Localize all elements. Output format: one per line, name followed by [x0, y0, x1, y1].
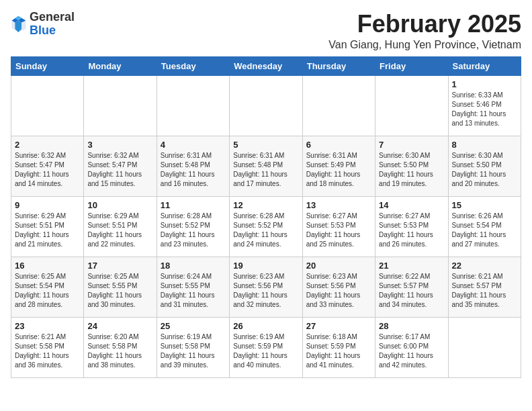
calendar-cell: 2Sunrise: 6:32 AM Sunset: 5:47 PM Daylig… — [11, 136, 84, 196]
calendar-cell: 11Sunrise: 6:28 AM Sunset: 5:52 PM Dayli… — [157, 196, 229, 257]
day-number: 23 — [15, 321, 80, 331]
page-header: General Blue February 2025 Van Giang, Hu… — [11, 11, 521, 51]
calendar-cell: 1Sunrise: 6:33 AM Sunset: 5:46 PM Daylig… — [448, 75, 521, 136]
calendar-cell: 14Sunrise: 6:27 AM Sunset: 5:53 PM Dayli… — [375, 196, 448, 257]
day-number: 24 — [87, 321, 152, 331]
day-number: 4 — [161, 140, 226, 150]
calendar-week-4: 23Sunrise: 6:21 AM Sunset: 5:58 PM Dayli… — [11, 317, 521, 377]
day-number: 12 — [233, 200, 298, 210]
day-info: Sunrise: 6:17 AM Sunset: 6:00 PM Dayligh… — [379, 332, 444, 370]
calendar-week-2: 9Sunrise: 6:29 AM Sunset: 5:51 PM Daylig… — [11, 196, 521, 257]
day-info: Sunrise: 6:28 AM Sunset: 5:52 PM Dayligh… — [161, 212, 226, 249]
day-number: 18 — [161, 261, 226, 271]
day-number: 7 — [379, 140, 444, 150]
calendar-cell: 7Sunrise: 6:30 AM Sunset: 5:50 PM Daylig… — [375, 136, 448, 196]
calendar-cell: 9Sunrise: 6:29 AM Sunset: 5:51 PM Daylig… — [11, 196, 84, 257]
calendar-table: SundayMondayTuesdayWednesdayThursdayFrid… — [11, 56, 521, 378]
calendar-cell: 19Sunrise: 6:23 AM Sunset: 5:56 PM Dayli… — [230, 257, 302, 317]
day-number: 11 — [161, 200, 226, 210]
day-info: Sunrise: 6:25 AM Sunset: 5:54 PM Dayligh… — [15, 272, 80, 310]
calendar-week-0: 1Sunrise: 6:33 AM Sunset: 5:46 PM Daylig… — [11, 75, 521, 136]
day-info: Sunrise: 6:22 AM Sunset: 5:57 PM Dayligh… — [379, 272, 444, 310]
day-number: 27 — [306, 321, 371, 331]
day-info: Sunrise: 6:30 AM Sunset: 5:50 PM Dayligh… — [452, 151, 517, 189]
header-monday: Monday — [84, 56, 157, 75]
day-number: 22 — [452, 261, 517, 271]
header-wednesday: Wednesday — [230, 56, 302, 75]
day-info: Sunrise: 6:30 AM Sunset: 5:50 PM Dayligh… — [379, 151, 444, 189]
day-number: 3 — [87, 140, 152, 150]
calendar-cell: 8Sunrise: 6:30 AM Sunset: 5:50 PM Daylig… — [448, 136, 521, 196]
header-tuesday: Tuesday — [157, 56, 229, 75]
location-title: Van Giang, Hung Yen Province, Vietnam — [328, 39, 521, 51]
day-number: 19 — [233, 261, 298, 271]
calendar-body: 1Sunrise: 6:33 AM Sunset: 5:46 PM Daylig… — [11, 75, 521, 377]
calendar-cell: 18Sunrise: 6:24 AM Sunset: 5:55 PM Dayli… — [157, 257, 229, 317]
day-info: Sunrise: 6:21 AM Sunset: 5:57 PM Dayligh… — [452, 272, 517, 310]
day-number: 17 — [87, 261, 152, 271]
day-info: Sunrise: 6:24 AM Sunset: 5:55 PM Dayligh… — [161, 272, 226, 310]
calendar-cell — [84, 75, 157, 136]
calendar-cell: 3Sunrise: 6:32 AM Sunset: 5:47 PM Daylig… — [84, 136, 157, 196]
month-title: February 2025 — [328, 11, 521, 38]
day-number: 1 — [452, 79, 517, 89]
calendar-cell: 10Sunrise: 6:29 AM Sunset: 5:51 PM Dayli… — [84, 196, 157, 257]
day-info: Sunrise: 6:28 AM Sunset: 5:52 PM Dayligh… — [233, 212, 298, 249]
day-number: 8 — [452, 140, 517, 150]
calendar-cell: 5Sunrise: 6:31 AM Sunset: 5:48 PM Daylig… — [230, 136, 302, 196]
calendar-cell — [375, 75, 448, 136]
calendar-week-1: 2Sunrise: 6:32 AM Sunset: 5:47 PM Daylig… — [11, 136, 521, 196]
calendar-cell — [448, 317, 521, 377]
calendar-cell: 23Sunrise: 6:21 AM Sunset: 5:58 PM Dayli… — [11, 317, 84, 377]
title-area: February 2025 Van Giang, Hung Yen Provin… — [328, 11, 521, 51]
day-number: 10 — [87, 200, 152, 210]
day-info: Sunrise: 6:29 AM Sunset: 5:51 PM Dayligh… — [87, 212, 152, 249]
day-number: 25 — [161, 321, 226, 331]
day-info: Sunrise: 6:19 AM Sunset: 5:59 PM Dayligh… — [233, 332, 298, 370]
day-info: Sunrise: 6:29 AM Sunset: 5:51 PM Dayligh… — [15, 212, 80, 249]
header-row: SundayMondayTuesdayWednesdayThursdayFrid… — [11, 56, 521, 75]
day-info: Sunrise: 6:25 AM Sunset: 5:55 PM Dayligh… — [87, 272, 152, 310]
calendar-cell — [230, 75, 302, 136]
day-number: 26 — [233, 321, 298, 331]
day-number: 2 — [15, 140, 80, 150]
logo: General Blue — [11, 11, 75, 38]
day-info: Sunrise: 6:20 AM Sunset: 5:58 PM Dayligh… — [87, 332, 152, 370]
day-number: 13 — [306, 200, 371, 210]
day-info: Sunrise: 6:31 AM Sunset: 5:48 PM Dayligh… — [161, 151, 226, 189]
day-number: 16 — [15, 261, 80, 271]
day-number: 20 — [306, 261, 371, 271]
calendar-cell: 6Sunrise: 6:31 AM Sunset: 5:49 PM Daylig… — [302, 136, 375, 196]
calendar-cell: 22Sunrise: 6:21 AM Sunset: 5:57 PM Dayli… — [448, 257, 521, 317]
calendar-cell: 20Sunrise: 6:23 AM Sunset: 5:56 PM Dayli… — [302, 257, 375, 317]
calendar-cell: 17Sunrise: 6:25 AM Sunset: 5:55 PM Dayli… — [84, 257, 157, 317]
logo-text: General Blue — [30, 11, 75, 38]
day-number: 9 — [15, 200, 80, 210]
day-info: Sunrise: 6:33 AM Sunset: 5:46 PM Dayligh… — [452, 91, 517, 128]
calendar-cell — [157, 75, 229, 136]
calendar-cell: 12Sunrise: 6:28 AM Sunset: 5:52 PM Dayli… — [230, 196, 302, 257]
day-number: 14 — [379, 200, 444, 210]
calendar-cell: 28Sunrise: 6:17 AM Sunset: 6:00 PM Dayli… — [375, 317, 448, 377]
header-thursday: Thursday — [302, 56, 375, 75]
calendar-cell: 25Sunrise: 6:19 AM Sunset: 5:58 PM Dayli… — [157, 317, 229, 377]
day-info: Sunrise: 6:27 AM Sunset: 5:53 PM Dayligh… — [379, 212, 444, 249]
calendar-cell — [11, 75, 84, 136]
day-info: Sunrise: 6:23 AM Sunset: 5:56 PM Dayligh… — [233, 272, 298, 310]
calendar-cell: 15Sunrise: 6:26 AM Sunset: 5:54 PM Dayli… — [448, 196, 521, 257]
day-info: Sunrise: 6:18 AM Sunset: 5:59 PM Dayligh… — [306, 332, 371, 370]
calendar-cell: 16Sunrise: 6:25 AM Sunset: 5:54 PM Dayli… — [11, 257, 84, 317]
calendar-week-3: 16Sunrise: 6:25 AM Sunset: 5:54 PM Dayli… — [11, 257, 521, 317]
header-sunday: Sunday — [11, 56, 84, 75]
day-info: Sunrise: 6:32 AM Sunset: 5:47 PM Dayligh… — [87, 151, 152, 189]
header-saturday: Saturday — [448, 56, 521, 75]
day-info: Sunrise: 6:19 AM Sunset: 5:58 PM Dayligh… — [161, 332, 226, 370]
calendar-cell: 13Sunrise: 6:27 AM Sunset: 5:53 PM Dayli… — [302, 196, 375, 257]
header-friday: Friday — [375, 56, 448, 75]
calendar-cell: 24Sunrise: 6:20 AM Sunset: 5:58 PM Dayli… — [84, 317, 157, 377]
logo-icon — [11, 15, 27, 34]
day-number: 28 — [379, 321, 444, 331]
day-number: 5 — [233, 140, 298, 150]
day-info: Sunrise: 6:27 AM Sunset: 5:53 PM Dayligh… — [306, 212, 371, 249]
calendar-cell: 4Sunrise: 6:31 AM Sunset: 5:48 PM Daylig… — [157, 136, 229, 196]
